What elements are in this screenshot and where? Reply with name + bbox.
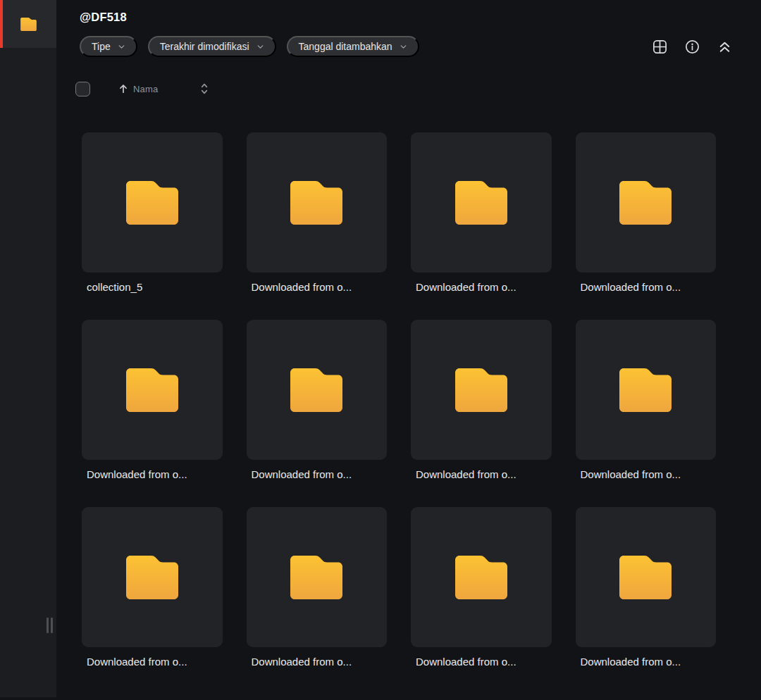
folder-icon xyxy=(290,368,342,412)
folder-card[interactable] xyxy=(411,320,552,460)
folder-name: Downloaded from o... xyxy=(581,656,717,668)
folder-tile[interactable]: Downloaded from o... xyxy=(247,132,388,293)
folder-name: Downloaded from o... xyxy=(252,656,388,668)
chevron-down-icon xyxy=(256,42,265,51)
list-header: Nama xyxy=(56,81,761,96)
filter-chip-type[interactable]: Tipe xyxy=(80,36,137,57)
folder-icon xyxy=(126,556,178,599)
folder-card[interactable] xyxy=(82,132,223,273)
folder-name: Downloaded from o... xyxy=(416,281,552,293)
files-grid: collection_5 Downloaded from o... Downlo… xyxy=(56,132,761,668)
view-toolbar xyxy=(651,38,733,55)
folder-card[interactable] xyxy=(576,320,717,460)
folder-name: Downloaded from o... xyxy=(581,468,717,480)
folder-tile[interactable]: collection_5 xyxy=(82,132,223,293)
filter-chip-label: Terakhir dimodifikasi xyxy=(160,41,249,52)
sidebar-resize-handle[interactable] xyxy=(47,618,53,633)
folder-icon xyxy=(619,181,672,225)
folder-icon xyxy=(619,368,672,412)
chevron-down-icon xyxy=(117,42,126,51)
folder-card[interactable] xyxy=(247,132,388,273)
info-button[interactable] xyxy=(683,38,700,55)
filter-chip-label: Tipe xyxy=(92,41,111,52)
folder-card[interactable] xyxy=(411,507,552,647)
folder-tile[interactable]: Downloaded from o... xyxy=(82,507,223,668)
folder-card[interactable] xyxy=(411,132,552,273)
info-icon xyxy=(684,39,700,55)
sidebar-item-files[interactable] xyxy=(0,0,56,48)
filter-chip-label: Tanggal ditambahkan xyxy=(299,41,392,52)
folder-icon xyxy=(455,181,507,225)
folder-name: Downloaded from o... xyxy=(252,468,388,480)
folder-name: Downloaded from o... xyxy=(87,468,223,480)
filter-chip-date-added[interactable]: Tanggal ditambahkan xyxy=(287,36,419,57)
main-content: @DF518 Tipe Terakhir dimodifikasi Tangga… xyxy=(56,0,761,700)
folder-icon xyxy=(20,18,37,31)
folder-name: Downloaded from o... xyxy=(416,656,552,668)
folder-tile[interactable]: Downloaded from o... xyxy=(247,507,388,668)
folder-tile[interactable]: Downloaded from o... xyxy=(82,320,223,480)
filter-chip-modified[interactable]: Terakhir dimodifikasi xyxy=(148,36,276,57)
folder-card[interactable] xyxy=(82,507,223,647)
chevron-up-down-icon xyxy=(199,82,210,96)
folder-name: Downloaded from o... xyxy=(416,468,552,480)
sort-field-selector[interactable] xyxy=(199,82,210,96)
app-window: @DF518 Tipe Terakhir dimodifikasi Tangga… xyxy=(0,0,761,700)
grid-view-icon xyxy=(652,39,668,55)
folder-card[interactable] xyxy=(576,507,717,647)
folder-tile[interactable]: Downloaded from o... xyxy=(247,320,388,480)
sort-by-name-button[interactable]: Nama xyxy=(117,82,158,95)
chevron-down-icon xyxy=(399,42,408,51)
folder-icon xyxy=(455,556,507,599)
folder-card[interactable] xyxy=(247,320,388,460)
folder-card[interactable] xyxy=(247,507,388,647)
folder-icon xyxy=(455,368,507,412)
folder-icon xyxy=(126,181,178,225)
sort-field-label: Nama xyxy=(133,84,158,94)
folder-card[interactable] xyxy=(82,320,223,460)
folder-name: Downloaded from o... xyxy=(87,656,223,668)
grid-view-button[interactable] xyxy=(651,38,668,55)
folder-name: Downloaded from o... xyxy=(581,281,717,293)
page-title: @DF518 xyxy=(56,0,761,24)
folder-icon xyxy=(290,181,342,225)
collapse-button[interactable] xyxy=(716,38,733,55)
folder-tile[interactable]: Downloaded from o... xyxy=(411,320,552,480)
folder-card[interactable] xyxy=(576,132,717,273)
folder-tile[interactable]: Downloaded from o... xyxy=(576,132,717,293)
select-all-checkbox[interactable] xyxy=(75,82,90,96)
folder-tile[interactable]: Downloaded from o... xyxy=(411,507,552,668)
active-item-indicator xyxy=(0,0,3,48)
folder-tile[interactable]: Downloaded from o... xyxy=(411,132,552,293)
filter-bar: Tipe Terakhir dimodifikasi Tanggal ditam… xyxy=(56,36,761,57)
folder-tile[interactable]: Downloaded from o... xyxy=(576,320,717,480)
folder-icon xyxy=(126,368,178,412)
arrow-up-icon xyxy=(117,82,130,95)
folder-icon xyxy=(619,556,672,599)
folder-name: collection_5 xyxy=(87,281,223,293)
folder-icon xyxy=(290,556,342,599)
folder-tile[interactable]: Downloaded from o... xyxy=(576,507,717,668)
folder-name: Downloaded from o... xyxy=(252,281,388,293)
sidebar xyxy=(0,0,56,697)
collapse-up-icon xyxy=(717,39,733,55)
